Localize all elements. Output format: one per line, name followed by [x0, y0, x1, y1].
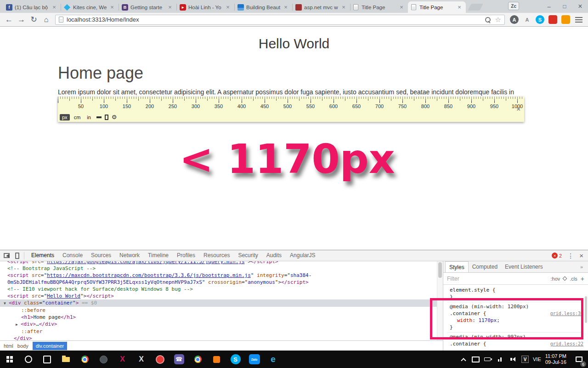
viber-taskbar-button[interactable]: ☎: [170, 351, 188, 368]
devtools-tab-profiles[interactable]: Profiles: [173, 250, 199, 261]
browser-tab[interactable]: asp.net mvc w: [292, 1, 350, 13]
red-app-taskbar-button[interactable]: [151, 351, 170, 368]
language-indicator[interactable]: VIE: [533, 356, 541, 362]
battery-icon[interactable]: [484, 355, 492, 364]
page-security-icon[interactable]: [59, 17, 63, 23]
tab-close-icon[interactable]: [398, 4, 405, 11]
devtools-tab-network[interactable]: Network: [115, 250, 144, 261]
browser-tab[interactable]: Title Page: [408, 1, 466, 13]
devtools-tab-console[interactable]: Console: [58, 250, 87, 261]
filter-input[interactable]: Filter: [447, 276, 548, 282]
tab-close-icon[interactable]: [340, 4, 347, 11]
start-taskbar-button[interactable]: [0, 351, 19, 368]
tab-close-icon[interactable]: [109, 4, 115, 11]
styles-scrollbar[interactable]: [585, 286, 588, 332]
crumb-body[interactable]: body: [17, 343, 28, 349]
browser-tab[interactable]: BGetting starte: [119, 1, 176, 13]
new-tab-button[interactable]: [468, 4, 483, 11]
avim-extension-icon[interactable]: A: [510, 15, 519, 24]
browser-tab[interactable]: Building Beaut: [234, 1, 292, 13]
crumb-html[interactable]: html: [4, 343, 13, 349]
devtools-tab-security[interactable]: Security: [234, 250, 262, 261]
new-rule-icon[interactable]: [581, 276, 584, 282]
gray-a-extension-icon[interactable]: A: [523, 15, 531, 24]
devtools-close-icon[interactable]: [579, 252, 583, 259]
ruler-unit-px[interactable]: px: [60, 114, 70, 121]
x2-app-taskbar-button[interactable]: X: [132, 351, 151, 368]
code-line[interactable]: <!-- Bootstrap JavaScript -->: [0, 265, 443, 272]
ruler-unit-cm[interactable]: cm: [72, 114, 83, 121]
styles-tab-event-listeners[interactable]: Event Listeners: [501, 261, 547, 272]
code-line[interactable]: <script src="https://ajax.googleapis.com…: [0, 261, 443, 265]
tab-close-icon[interactable]: [225, 4, 231, 11]
maximize-icon[interactable]: [557, 0, 572, 13]
ruler-unit-in[interactable]: in: [85, 114, 93, 121]
devtools-tab-elements[interactable]: Elements: [27, 250, 58, 261]
home-icon[interactable]: [40, 14, 52, 26]
url-text[interactable]: localhost:3313/Home/Index: [67, 16, 484, 23]
code-line[interactable]: ▼<div class="container"> == $0: [0, 299, 443, 307]
devtools-tab-resources[interactable]: Resources: [199, 250, 234, 261]
devtools-tab-angularjs[interactable]: AngularJS: [286, 250, 319, 261]
forward-icon[interactable]: [15, 14, 28, 26]
code-line[interactable]: <h1>Home page</h1>: [0, 314, 443, 321]
menu-icon[interactable]: [575, 17, 582, 23]
element-state-icon[interactable]: [563, 276, 567, 281]
skype-extension-icon[interactable]: S: [536, 15, 544, 24]
edge-taskbar-button[interactable]: e: [264, 351, 283, 368]
devtools-tab-audits[interactable]: Audits: [262, 250, 286, 261]
zalo-taskbar-button[interactable]: Zalo: [245, 351, 264, 368]
tab-close-icon[interactable]: [283, 4, 289, 11]
code-line[interactable]: <!-- IE10 viewport hack for Surface/desk…: [0, 286, 443, 293]
code-line[interactable]: element.style {: [447, 287, 583, 293]
chrome-taskbar-button[interactable]: [75, 351, 94, 368]
ruler-extension[interactable]: 5010015020025030035040045050055060065070…: [58, 97, 524, 122]
tab-close-icon[interactable]: [51, 4, 57, 11]
tray-expand-icon[interactable]: [459, 355, 468, 364]
tab-close-icon[interactable]: [167, 4, 173, 11]
style-source-link[interactable]: grid.less:22: [550, 340, 583, 347]
more-tabs-icon[interactable]: [580, 261, 586, 272]
orange-app-taskbar-button[interactable]: [207, 351, 226, 368]
dark-app-taskbar-button[interactable]: [94, 351, 113, 368]
task-view-taskbar-button[interactable]: [38, 351, 57, 368]
unikey-icon[interactable]: V: [521, 356, 529, 363]
chrome2-taskbar-button[interactable]: [188, 351, 207, 368]
action-center-button[interactable]: 6: [571, 351, 587, 368]
code-line[interactable]: ::before: [0, 307, 443, 314]
zoom-icon[interactable]: [484, 16, 492, 23]
volume-icon[interactable]: [509, 355, 517, 364]
code-line[interactable]: ::after: [0, 328, 443, 335]
inspect-element-icon[interactable]: [4, 253, 10, 258]
display-icon[interactable]: [472, 355, 480, 364]
browser-tab[interactable]: ▶Hoài Linh - Yo: [176, 1, 234, 13]
ruler-device-icon[interactable]: [105, 115, 108, 120]
profile-badge[interactable]: Zc: [508, 2, 519, 10]
ruler-close-icon[interactable]: [516, 105, 520, 113]
error-badge[interactable]: 2: [552, 253, 562, 259]
gear-icon[interactable]: [112, 114, 117, 120]
devtools-tab-timeline[interactable]: Timeline: [144, 250, 173, 261]
file-explorer-taskbar-button[interactable]: [57, 351, 75, 368]
overflow-menu-icon[interactable]: [567, 252, 574, 259]
code-line[interactable]: ▶<div>…</div>: [0, 321, 443, 328]
search-taskbar-button[interactable]: [19, 351, 38, 368]
crumb-div-container[interactable]: div.container: [33, 342, 68, 350]
close-icon[interactable]: [572, 0, 588, 13]
minimize-icon[interactable]: [541, 0, 557, 13]
code-line[interactable]: <script src="https://maxcdn.bootstrapcdn…: [0, 272, 443, 279]
address-bar[interactable]: localhost:3313/Home/Index: [55, 15, 505, 25]
device-toolbar-icon[interactable]: [15, 253, 19, 259]
styles-tab-styles[interactable]: Styles: [445, 261, 469, 272]
hover-state-toggle[interactable]: :hov: [551, 276, 560, 282]
bookmark-star-icon[interactable]: [495, 16, 501, 24]
clock[interactable]: 11:07 PM 09-Jul-16: [545, 353, 566, 365]
browser-tab[interactable]: Title Page: [350, 1, 408, 13]
class-toggle[interactable]: .cls: [570, 276, 577, 282]
skype-taskbar-button[interactable]: S: [226, 351, 245, 368]
code-line[interactable]: grid.less:22.container {: [447, 340, 583, 347]
orange-extension-icon[interactable]: [561, 15, 570, 24]
devtools-tab-sources[interactable]: Sources: [87, 250, 115, 261]
reload-icon[interactable]: [28, 14, 40, 26]
browser-tab[interactable]: f(1) Câu lạc bộ: [3, 1, 61, 13]
